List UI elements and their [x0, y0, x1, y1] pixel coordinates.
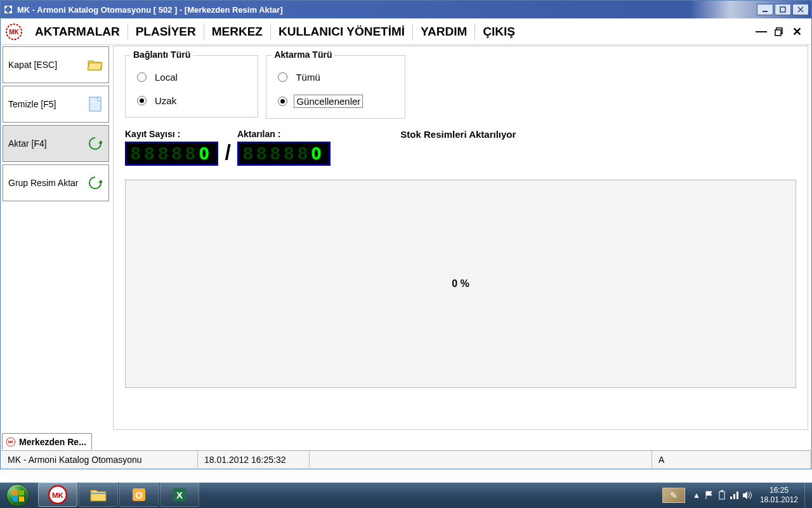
progress-panel: 0 % [125, 180, 796, 388]
taskbar-app-explorer[interactable] [79, 483, 118, 507]
mdi-minimize-button[interactable]: — [756, 26, 767, 37]
transferred-label: Aktarılan : [237, 129, 331, 139]
sidebar-aktar-button[interactable]: Aktar [F4] [3, 125, 109, 162]
group-legend: Aktarma Türü [272, 50, 334, 60]
window-minimize-button[interactable] [757, 4, 773, 15]
window-close-button[interactable] [792, 4, 809, 15]
svg-rect-18 [91, 493, 106, 494]
battery-icon[interactable] [716, 486, 728, 504]
network-icon[interactable] [728, 486, 741, 504]
record-count-display: 888880 [125, 142, 218, 166]
sidebar-temizle-button[interactable]: Temizle [F5] [3, 86, 109, 123]
svg-rect-12 [13, 490, 18, 495]
mdi-tab-merkezden-resim[interactable]: MK Merkezden Re... [2, 433, 92, 450]
svg-rect-23 [719, 491, 724, 499]
svg-text:MK: MK [8, 440, 14, 444]
volume-icon[interactable] [741, 486, 754, 504]
sidebar-kapat-button[interactable]: Kapat [ESC] [3, 46, 109, 83]
counter-separator: / [225, 140, 230, 164]
sidebar-button-label: Temizle [F5] [8, 99, 56, 109]
app-logo-icon: MK [5, 436, 16, 448]
sidebar: Kapat [ESC] Temizle [F5] Aktar [F4] Grup… [1, 45, 110, 431]
record-count-block: Kayıt Sayısı : 888880 [125, 129, 218, 166]
transferred-block: Aktarılan : 888880 [237, 129, 331, 166]
tray-chevron-up-icon[interactable]: ▲ [690, 486, 703, 504]
taskbar-clock[interactable]: 16:25 18.01.2012 [754, 486, 804, 505]
mdi-restore-button[interactable] [773, 26, 785, 37]
taskbar-app-excel[interactable]: X [160, 483, 199, 507]
menu-yardim[interactable]: YARDIM [413, 18, 475, 44]
taskbar-app-outlook[interactable]: O [119, 483, 159, 507]
show-desktop-button[interactable] [804, 483, 811, 508]
svg-rect-25 [730, 497, 732, 499]
menu-plasiyer[interactable]: PLASİYER [128, 18, 204, 44]
transferred-display: 888880 [237, 142, 331, 166]
radio-tumu[interactable]: Tümü [278, 71, 379, 83]
taskbar-app-mk[interactable]: MK [38, 483, 77, 507]
tablet-input-icon[interactable]: ✎ [662, 488, 685, 503]
window-maximize-button[interactable] [775, 4, 791, 15]
flag-icon[interactable] [703, 486, 716, 504]
statusbar-app-name: MK - Armoni Katalog Otomasyonu [1, 451, 198, 468]
svg-rect-8 [775, 30, 781, 36]
clock-time: 16:25 [760, 486, 798, 495]
page-icon [87, 96, 103, 112]
folder-open-icon [87, 57, 103, 73]
radio-label: Tümü [294, 71, 322, 83]
mdi-tab-label: Merkezden Re... [19, 437, 86, 447]
statusbar-spacer [310, 451, 652, 468]
radio-label: Güncellenenler [294, 95, 363, 108]
svg-text:O: O [135, 490, 143, 500]
mdi-tab-strip: MK Merkezden Re... [2, 432, 92, 450]
svg-rect-13 [19, 490, 24, 495]
radio-icon [278, 72, 287, 82]
main-pane: Bağlantı Türü Local Uzak Aktarma Türü Tü… [113, 46, 808, 430]
app-window: MK - Armoni Katalog Otomasyonu [ 502 ] -… [0, 0, 812, 469]
statusbar-user: A [652, 451, 811, 468]
sidebar-button-label: Grup Resim Aktar [8, 178, 78, 188]
group-legend: Bağlantı Türü [131, 50, 193, 60]
start-button[interactable] [0, 483, 36, 508]
mdi-close-button[interactable]: ✕ [791, 26, 802, 37]
titlebar-text: MK - Armoni Katalog Otomasyonu [ 502 ] -… [17, 5, 283, 15]
sidebar-button-label: Kapat [ESC] [8, 60, 57, 70]
transfer-status-text: Stok Resimleri Aktarılıyor [400, 129, 516, 140]
titlebar[interactable]: MK - Armoni Katalog Otomasyonu [ 502 ] -… [1, 1, 811, 18]
refresh-icon [87, 135, 103, 152]
system-tray: ✎ ▲ 16:25 18.01.2012 [662, 483, 812, 508]
statusbar: MK - Armoni Katalog Otomasyonu 18.01.201… [1, 450, 811, 468]
svg-rect-27 [737, 491, 738, 499]
svg-rect-24 [721, 490, 723, 491]
radio-icon [137, 72, 147, 82]
menu-kullanici[interactable]: KULLANICI YÖNETİMİ [271, 18, 412, 44]
radio-local[interactable]: Local [137, 71, 232, 83]
svg-rect-26 [733, 494, 735, 499]
counter-row: Kayıt Sayısı : 888880 / Aktarılan : 8888… [125, 129, 796, 166]
client-area: Kapat [ESC] Temizle [F5] Aktar [F4] Grup… [1, 45, 811, 431]
record-count-label: Kayıt Sayısı : [125, 129, 218, 139]
svg-rect-15 [19, 497, 24, 502]
sidebar-grup-resim-aktar-button[interactable]: Grup Resim Aktar [3, 164, 109, 201]
svg-rect-2 [780, 7, 785, 12]
svg-text:X: X [176, 490, 183, 500]
clock-date: 18.01.2012 [760, 495, 798, 505]
app-sysicon [3, 4, 13, 15]
windows-orb-icon [6, 484, 29, 507]
taskbar-tasks: MK O X [38, 483, 199, 508]
windows-taskbar[interactable]: MK O X ✎ ▲ 16:25 18.01.2012 [0, 483, 812, 508]
statusbar-datetime: 18.01.2012 16:25:32 [198, 451, 310, 468]
radio-label: Local [153, 71, 180, 83]
menu-cikis[interactable]: ÇIKIŞ [475, 18, 523, 44]
app-logo-icon: MK [4, 22, 23, 41]
svg-rect-14 [13, 497, 18, 502]
menu-aktarmalar[interactable]: AKTARMALAR [27, 18, 128, 44]
radio-uzak[interactable]: Uzak [137, 95, 232, 107]
progress-percent-text: 0 % [452, 278, 469, 290]
svg-text:MK: MK [52, 491, 64, 499]
radio-label: Uzak [153, 95, 178, 107]
radio-guncellenenler[interactable]: Güncellenenler [278, 95, 379, 108]
radio-icon [137, 96, 147, 105]
menubar: MK AKTARMALAR PLASİYER MERKEZ KULLANICI … [1, 18, 811, 45]
sidebar-button-label: Aktar [F4] [8, 138, 47, 149]
menu-merkez[interactable]: MERKEZ [204, 18, 270, 44]
